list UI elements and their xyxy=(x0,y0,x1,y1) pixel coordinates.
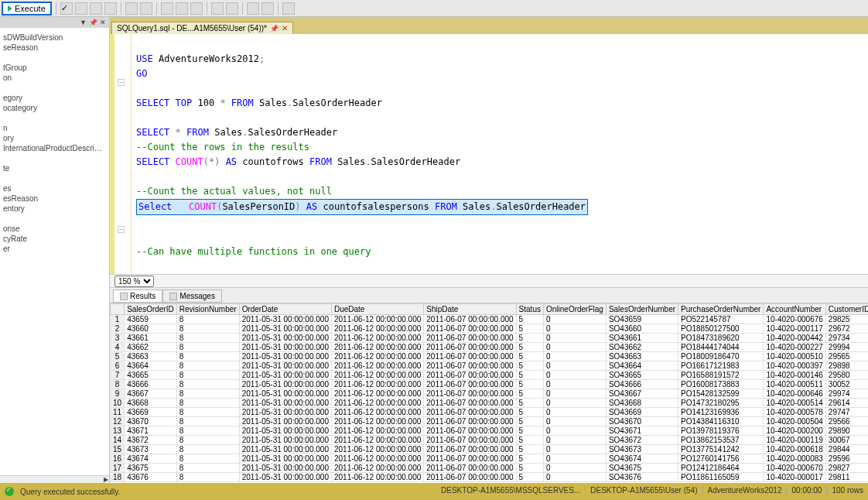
status-message: Query executed successfully. xyxy=(20,488,120,496)
results-grid-icon[interactable] xyxy=(75,2,87,15)
column-header[interactable]: SalesOrderID xyxy=(125,304,177,315)
collapse-icon[interactable]: − xyxy=(118,226,125,233)
table-row[interactable]: 64366482011-05-31 00:00:00.0002011-06-12… xyxy=(111,361,869,371)
tree-item[interactable] xyxy=(3,113,106,123)
sql-editor[interactable]: − − USE AdventureWorks2012; GO SELECT TO… xyxy=(110,34,868,274)
tree-item[interactable] xyxy=(3,53,106,63)
zoom-bar: 150 % xyxy=(110,274,868,288)
tree-item[interactable]: onse xyxy=(3,224,106,234)
horizontal-scrollbar[interactable]: ▶ xyxy=(0,475,109,483)
tree-item[interactable] xyxy=(3,173,106,183)
table-row[interactable]: 104366882011-05-31 00:00:00.0002011-06-1… xyxy=(111,399,869,408)
execute-button[interactable]: Execute xyxy=(2,2,52,15)
tree-item[interactable]: tGroup xyxy=(3,63,106,73)
tree-item[interactable]: esReason xyxy=(3,193,106,204)
tree-item[interactable]: entory xyxy=(3,204,106,214)
table-row[interactable]: 164367482011-05-31 00:00:00.0002011-06-1… xyxy=(111,454,869,464)
tree-item[interactable]: seReason xyxy=(3,43,106,53)
results-tab[interactable]: Results xyxy=(113,289,162,303)
tree-item[interactable]: er xyxy=(3,244,106,254)
results-grid-wrap[interactable]: SalesOrderIDRevisionNumberOrderDateDueDa… xyxy=(110,303,868,483)
cell: 2011-06-07 00:00:00.000 xyxy=(424,426,516,436)
zoom-select[interactable]: 150 % xyxy=(114,276,154,287)
object-explorer-tree[interactable]: sDWBuildVersionseReason tGroupon egoryoc… xyxy=(0,28,109,259)
toolbar-icon[interactable] xyxy=(282,2,295,15)
table-row[interactable]: 184367682011-05-31 00:00:00.0002011-06-1… xyxy=(111,473,869,482)
cell: 43661 xyxy=(125,334,177,343)
tree-item[interactable] xyxy=(3,83,106,93)
tree-item[interactable]: n xyxy=(3,123,106,133)
table-row[interactable]: 44366282011-05-31 00:00:00.0002011-06-12… xyxy=(111,343,869,352)
column-header[interactable]: Status xyxy=(516,304,543,315)
cell: 5 xyxy=(111,352,125,361)
table-row[interactable]: 94366782011-05-31 00:00:00.0002011-06-12… xyxy=(111,389,869,399)
close-icon[interactable]: ✕ xyxy=(282,24,288,33)
toolbar-icon[interactable] xyxy=(176,2,188,15)
cell: 10-4020-000676 xyxy=(764,315,825,324)
column-header[interactable]: OnlineOrderFlag xyxy=(543,304,606,315)
dropdown-icon[interactable]: ▼ xyxy=(80,19,87,26)
pin-icon[interactable]: 📌 xyxy=(89,19,97,26)
collapse-icon[interactable]: − xyxy=(118,79,125,86)
column-header[interactable]: RevisionNumber xyxy=(176,304,239,315)
results-file-icon[interactable] xyxy=(104,2,117,15)
code-area[interactable]: USE AdventureWorks2012; GO SELECT TOP 10… xyxy=(132,34,868,274)
table-row[interactable]: 54366382011-05-31 00:00:00.0002011-06-12… xyxy=(111,352,869,361)
results-grid[interactable]: SalesOrderIDRevisionNumberOrderDateDueDa… xyxy=(110,303,868,482)
column-header[interactable]: SalesOrderNumber xyxy=(606,304,678,315)
cell: 43670 xyxy=(125,417,177,426)
tree-item[interactable]: cyRate xyxy=(3,234,106,244)
tree-item[interactable]: on xyxy=(3,73,106,83)
toolbar-icon[interactable] xyxy=(125,2,138,15)
cell: 10-4020-000200 xyxy=(764,426,825,436)
results-text-icon[interactable] xyxy=(90,2,102,15)
table-row[interactable]: 24366082011-05-31 00:00:00.0002011-06-12… xyxy=(111,324,869,334)
tree-item[interactable]: InternationalProductDescription xyxy=(3,143,106,153)
check-icon[interactable]: ✓ xyxy=(60,2,73,15)
status-bar: Query executed successfully. DESKTOP-A1M… xyxy=(0,483,868,500)
tree-item[interactable]: egory xyxy=(3,93,106,103)
cell: 2011-06-07 00:00:00.000 xyxy=(424,417,516,426)
cell: 0 xyxy=(543,389,606,399)
table-row[interactable]: 174367582011-05-31 00:00:00.0002011-06-1… xyxy=(111,464,869,473)
table-row[interactable]: 14365982011-05-31 00:00:00.0002011-06-12… xyxy=(111,315,869,324)
cell: 5 xyxy=(516,399,543,408)
column-header[interactable]: CustomerID xyxy=(825,304,868,315)
table-row[interactable]: 124367082011-05-31 00:00:00.0002011-06-1… xyxy=(111,417,869,426)
editor-tab[interactable]: SQLQuery1.sql - DE...A1M5655\User (54))*… xyxy=(111,22,293,34)
toolbar-icon[interactable] xyxy=(261,2,274,15)
cell: SO43663 xyxy=(606,352,678,361)
tree-item[interactable]: te xyxy=(3,163,106,173)
tree-item[interactable]: sDWBuildVersion xyxy=(3,33,106,43)
tree-item[interactable]: es xyxy=(3,183,106,193)
column-header[interactable]: AccountNumber xyxy=(764,304,825,315)
table-row[interactable]: 154367382011-05-31 00:00:00.0002011-06-1… xyxy=(111,445,869,454)
table-row[interactable]: 84366682011-05-31 00:00:00.0002011-06-12… xyxy=(111,380,869,389)
toolbar-icon[interactable] xyxy=(247,2,259,15)
column-header[interactable]: OrderDate xyxy=(239,304,331,315)
column-header[interactable] xyxy=(111,304,125,315)
table-row[interactable]: 34366182011-05-31 00:00:00.0002011-06-12… xyxy=(111,334,869,343)
pin-icon[interactable]: 📌 xyxy=(270,25,279,33)
cell: 8 xyxy=(176,361,239,371)
indent-icon[interactable] xyxy=(211,2,224,15)
column-header[interactable]: PurchaseOrderNumber xyxy=(678,304,764,315)
cell: 0 xyxy=(543,361,606,371)
toolbar-icon[interactable] xyxy=(190,2,203,15)
column-header[interactable]: DueDate xyxy=(331,304,423,315)
toolbar-icon[interactable] xyxy=(140,2,152,15)
tree-item[interactable] xyxy=(3,153,106,163)
column-header[interactable]: ShipDate xyxy=(424,304,516,315)
messages-tab[interactable]: Messages xyxy=(162,289,222,303)
tree-item[interactable] xyxy=(3,214,106,224)
table-row[interactable]: 114366982011-05-31 00:00:00.0002011-06-1… xyxy=(111,408,869,417)
toolbar-icon[interactable] xyxy=(161,2,173,15)
table-row[interactable]: 74366582011-05-31 00:00:00.0002011-06-12… xyxy=(111,371,869,380)
outdent-icon[interactable] xyxy=(226,2,238,15)
tree-item[interactable]: ory xyxy=(3,133,106,143)
tree-item[interactable]: ocategory xyxy=(3,103,106,113)
table-row[interactable]: 134367182011-05-31 00:00:00.0002011-06-1… xyxy=(111,426,869,436)
close-icon[interactable]: ✕ xyxy=(100,19,106,26)
table-row[interactable]: 144367282011-05-31 00:00:00.0002011-06-1… xyxy=(111,436,869,445)
cell: PO13862153537 xyxy=(678,436,764,445)
